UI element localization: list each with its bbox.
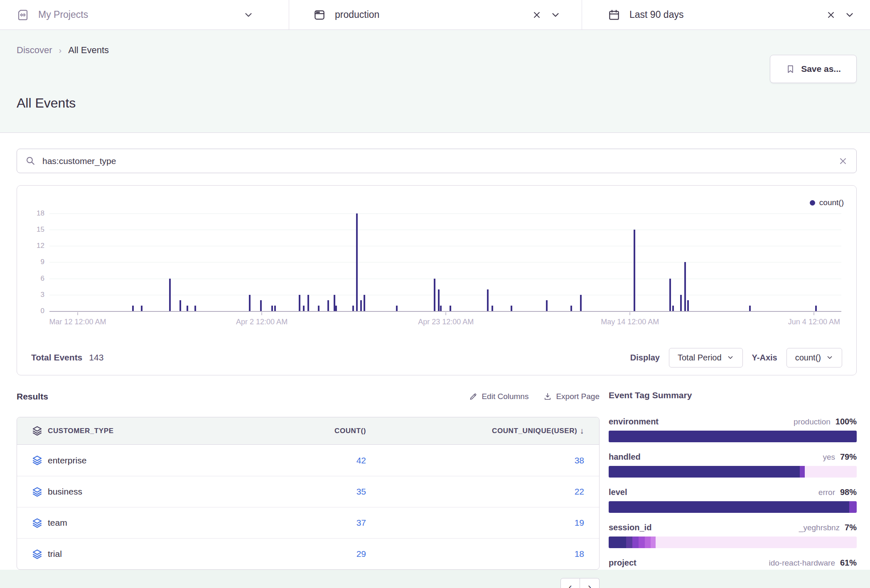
- export-page-button[interactable]: Export Page: [543, 392, 600, 401]
- top-filter-bar: My Projects production: [0, 0, 870, 30]
- tag-percent: 7%: [845, 523, 857, 532]
- chart-bar: [356, 213, 358, 311]
- y-axis-tick-label: 0: [20, 307, 44, 315]
- page-title: All Events: [17, 96, 76, 111]
- tag-top-value: yes: [823, 453, 835, 462]
- column-header-count[interactable]: COUNT(): [244, 427, 381, 435]
- project-selector[interactable]: My Projects: [0, 0, 289, 29]
- environment-selector-label: production: [335, 9, 379, 20]
- count-cell-link[interactable]: 35: [244, 487, 381, 497]
- legend-dot-icon: [810, 200, 815, 206]
- layers-icon: [17, 549, 48, 560]
- y-axis-tick-label: 12: [20, 242, 44, 250]
- save-as-button[interactable]: Save as...: [770, 55, 857, 83]
- table-row: trial2918: [17, 538, 599, 569]
- results-section: Results Edit Columns Export Page CUSTOME…: [17, 390, 600, 570]
- count-unique-user-cell-link[interactable]: 19: [381, 518, 599, 528]
- chevron-down-icon[interactable]: [243, 10, 254, 20]
- total-events-value: 143: [89, 353, 103, 363]
- chart-bar: [364, 295, 365, 311]
- chart-bar: [179, 300, 181, 311]
- tag-distribution-bar[interactable]: [609, 537, 857, 548]
- breadcrumb: Discover › All Events: [17, 45, 109, 56]
- date-range-selector[interactable]: Last 90 days: [582, 0, 870, 29]
- chart-bar: [318, 306, 319, 311]
- bookmark-icon: [786, 64, 795, 74]
- save-as-label: Save as...: [801, 64, 841, 74]
- page-header: Discover › All Events Save as... All Eve…: [0, 30, 870, 133]
- tag-bar-segment: [632, 537, 639, 548]
- chart-bar: [749, 306, 751, 311]
- search-clear-icon[interactable]: [838, 156, 848, 166]
- environment-selector[interactable]: production: [289, 0, 582, 29]
- chart-bar: [396, 306, 398, 311]
- chart-bar: [327, 300, 329, 311]
- x-axis-tick: [445, 312, 446, 315]
- count-cell-link[interactable]: 29: [244, 549, 381, 559]
- events-chart-panel: 0369121518Mar 12 12:00 AMApr 2 12:00 AMA…: [17, 185, 857, 375]
- chart-bar: [492, 306, 493, 311]
- chart-bar: [335, 306, 337, 311]
- table-body: enterprise4238business3522team3719trial2…: [17, 445, 599, 569]
- edit-columns-button[interactable]: Edit Columns: [469, 392, 528, 401]
- sort-arrow-icon: ↓: [580, 426, 584, 436]
- chart-bar: [169, 279, 171, 311]
- chart-bar: [450, 306, 451, 311]
- column-header-count-unique[interactable]: COUNT_UNIQUE(USER) ↓: [381, 426, 599, 436]
- chart-bar: [580, 295, 582, 311]
- chart-plot[interactable]: 0369121518Mar 12 12:00 AMApr 2 12:00 AMA…: [17, 186, 856, 341]
- tag-summary-row: session_id_yeghrsbnz7%: [609, 523, 857, 548]
- edit-columns-label: Edit Columns: [482, 392, 528, 401]
- tag-top-value: ido-react-hardware: [769, 559, 835, 568]
- search-input[interactable]: [42, 156, 838, 166]
- breadcrumb-discover-link[interactable]: Discover: [17, 45, 52, 56]
- x-axis-tick-label: Jun 4 12:00 AM: [764, 318, 864, 326]
- chart-bar: [684, 262, 686, 311]
- tag-bar-segment: [626, 537, 632, 548]
- tag-top-value: _yeghrsbnz: [799, 523, 840, 532]
- x-axis-tick: [261, 312, 262, 315]
- chart-bar: [434, 279, 435, 311]
- tag-distribution-bar[interactable]: [609, 501, 857, 513]
- count-unique-user-cell-link[interactable]: 18: [381, 549, 599, 559]
- tag-bar-segment: [645, 537, 651, 548]
- chart-bar: [299, 295, 300, 311]
- close-icon[interactable]: [532, 10, 542, 20]
- edit-pencil-icon: [469, 392, 477, 401]
- chevron-down-icon[interactable]: [844, 10, 855, 20]
- results-heading: Results: [17, 392, 48, 402]
- y-axis-dropdown[interactable]: count(): [786, 348, 842, 368]
- count-unique-user-cell-link[interactable]: 22: [381, 487, 599, 497]
- tag-percent: 98%: [840, 488, 857, 497]
- column-header-customer-type[interactable]: CUSTOMER_TYPE: [48, 427, 244, 435]
- customer-type-cell: business: [48, 487, 244, 497]
- chart-bar: [141, 306, 143, 311]
- y-axis-tick-label: 15: [20, 225, 44, 234]
- chevron-down-icon[interactable]: [550, 10, 561, 20]
- close-icon[interactable]: [826, 10, 836, 20]
- layers-icon: [17, 425, 48, 436]
- tag-distribution-bar[interactable]: [609, 431, 857, 442]
- chevron-down-icon: [826, 354, 833, 361]
- count-cell-link[interactable]: 42: [244, 456, 381, 466]
- chart-bar: [570, 306, 572, 311]
- chart-bar: [132, 306, 134, 311]
- legend-label: count(): [819, 198, 844, 207]
- tag-key: handled: [609, 452, 641, 462]
- y-axis-tick-label: 9: [20, 258, 44, 266]
- count-unique-user-cell-link[interactable]: 38: [381, 456, 599, 466]
- display-dropdown[interactable]: Total Period: [669, 348, 743, 368]
- chart-bar: [672, 306, 674, 311]
- projects-icon: [17, 9, 29, 21]
- count-cell-link[interactable]: 37: [244, 518, 381, 528]
- chart-bar: [546, 300, 548, 311]
- tag-distribution-bar[interactable]: [609, 466, 857, 478]
- layers-icon: [17, 517, 48, 529]
- pagination-prev-button[interactable]: ‹: [560, 578, 580, 588]
- customer-type-cell: trial: [48, 549, 244, 559]
- pagination-next-button[interactable]: ›: [580, 578, 600, 588]
- breadcrumb-separator: ›: [59, 46, 62, 55]
- y-axis-tick-label: 3: [20, 291, 44, 299]
- x-axis-tick-label: May 14 12:00 AM: [580, 318, 680, 326]
- x-axis-tick-label: Apr 2 12:00 AM: [212, 318, 312, 326]
